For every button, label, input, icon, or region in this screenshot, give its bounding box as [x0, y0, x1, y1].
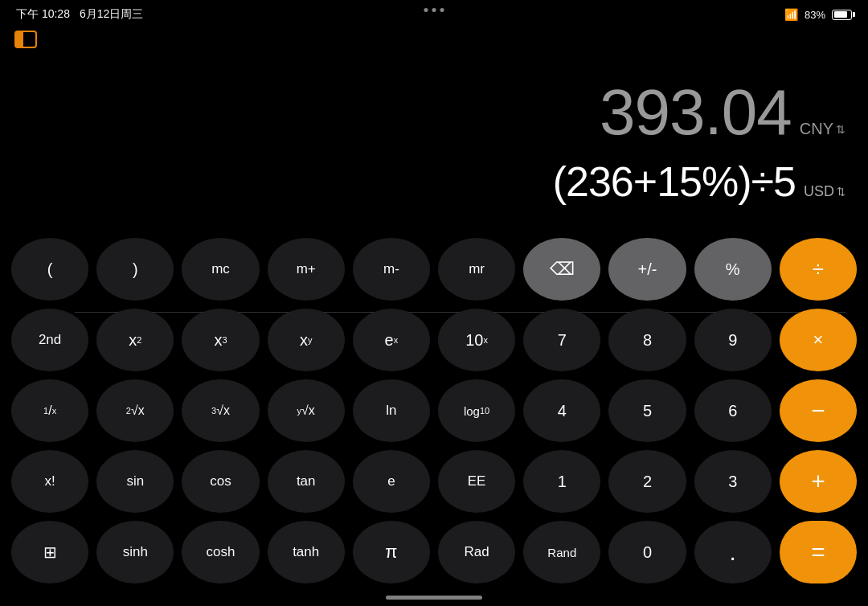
btn-7[interactable]: 7 — [523, 309, 600, 371]
btn-tan[interactable]: tan — [268, 450, 345, 513]
home-indicator — [386, 596, 482, 600]
btn-mminus[interactable]: m- — [353, 238, 430, 301]
battery-percent: 83% — [805, 9, 825, 21]
expression-value: (236+15%)÷5 — [553, 158, 796, 206]
btn-3sqrt-x[interactable]: 3√x — [182, 379, 259, 442]
three-dots-menu[interactable] — [424, 8, 444, 12]
btn-xy[interactable]: xy — [268, 309, 345, 371]
dot1 — [424, 8, 428, 12]
btn-factorial[interactable]: x! — [11, 450, 88, 513]
status-right: 📶 83% — [784, 8, 852, 21]
calculator-display: 393.04 CNY ⇅ ↕ (236+15%)÷5 USD ⇅ — [0, 29, 868, 214]
btn-10x[interactable]: 10x — [438, 309, 515, 371]
btn-sinh[interactable]: sinh — [96, 521, 174, 583]
btn-mc[interactable]: mc — [182, 238, 259, 301]
status-left: 下午 10:28 6月12日周三 — [16, 7, 143, 22]
sidebar-button[interactable] — [14, 31, 37, 48]
btn-ex[interactable]: ex — [353, 309, 430, 371]
dot2 — [432, 8, 436, 12]
btn-decimal[interactable]: . — [694, 521, 772, 583]
sidebar-icon — [14, 31, 37, 48]
btn-divide[interactable]: ÷ — [780, 238, 857, 301]
btn-8[interactable]: 8 — [608, 309, 686, 371]
btn-1[interactable]: 1 — [523, 450, 600, 513]
status-time: 下午 10:28 — [16, 7, 70, 22]
battery-icon — [832, 10, 852, 20]
btn-0[interactable]: 0 — [608, 521, 686, 583]
btn-sin[interactable]: sin — [96, 450, 174, 513]
result-row: 393.04 CNY ⇅ — [23, 76, 845, 149]
btn-cos[interactable]: cos — [182, 450, 259, 513]
result-value: 393.04 — [600, 76, 792, 149]
btn-tanh[interactable]: tanh — [268, 521, 345, 583]
btn-2sqrt-x[interactable]: 2√x — [96, 379, 174, 442]
btn-4[interactable]: 4 — [523, 379, 600, 442]
btn-pi[interactable]: π — [353, 521, 430, 583]
btn-5[interactable]: 5 — [608, 379, 686, 442]
btn-1-over-x[interactable]: 1/x — [11, 379, 88, 442]
status-date: 6月12日周三 — [80, 7, 143, 22]
btn-x3[interactable]: x3 — [182, 309, 259, 371]
btn-add[interactable]: + — [780, 450, 857, 513]
btn-ee[interactable]: EE — [438, 450, 515, 513]
btn-multiply[interactable]: × — [780, 309, 857, 371]
expression-currency: USD ⇅ — [804, 183, 845, 200]
btn-backspace[interactable]: ⌫ — [523, 238, 600, 301]
btn-6[interactable]: 6 — [694, 379, 772, 442]
btn-ln[interactable]: ln — [353, 379, 430, 442]
btn-rand[interactable]: Rand — [523, 521, 600, 583]
wifi-icon: 📶 — [784, 8, 798, 21]
btn-equals[interactable]: = — [780, 521, 857, 583]
dot3 — [440, 8, 444, 12]
button-grid: ( ) mc m+ m- mr ⌫ +/- % ÷ 2nd x2 x3 xy e… — [0, 238, 868, 583]
btn-grid[interactable]: ⊞ — [11, 521, 88, 583]
btn-plus-minus[interactable]: +/- — [608, 238, 686, 301]
btn-3[interactable]: 3 — [694, 450, 772, 513]
status-bar: 下午 10:28 6月12日周三 📶 83% — [0, 0, 868, 29]
btn-mr[interactable]: mr — [438, 238, 515, 301]
btn-2[interactable]: 2 — [608, 450, 686, 513]
btn-9[interactable]: 9 — [694, 309, 772, 371]
btn-e[interactable]: e — [353, 450, 430, 513]
btn-subtract[interactable]: − — [780, 379, 857, 442]
btn-2nd[interactable]: 2nd — [11, 309, 88, 371]
expression-row: (236+15%)÷5 USD ⇅ — [23, 158, 845, 206]
btn-cosh[interactable]: cosh — [182, 521, 259, 583]
result-currency: CNY ⇅ — [800, 120, 845, 138]
btn-rad[interactable]: Rad — [438, 521, 515, 583]
btn-open-paren[interactable]: ( — [11, 238, 88, 301]
btn-x2[interactable]: x2 — [96, 309, 174, 371]
btn-ysqrt-x[interactable]: y√x — [268, 379, 345, 442]
btn-log10[interactable]: log10 — [438, 379, 515, 442]
btn-mplus[interactable]: m+ — [268, 238, 345, 301]
btn-percent[interactable]: % — [694, 238, 772, 301]
btn-close-paren[interactable]: ) — [96, 238, 174, 301]
